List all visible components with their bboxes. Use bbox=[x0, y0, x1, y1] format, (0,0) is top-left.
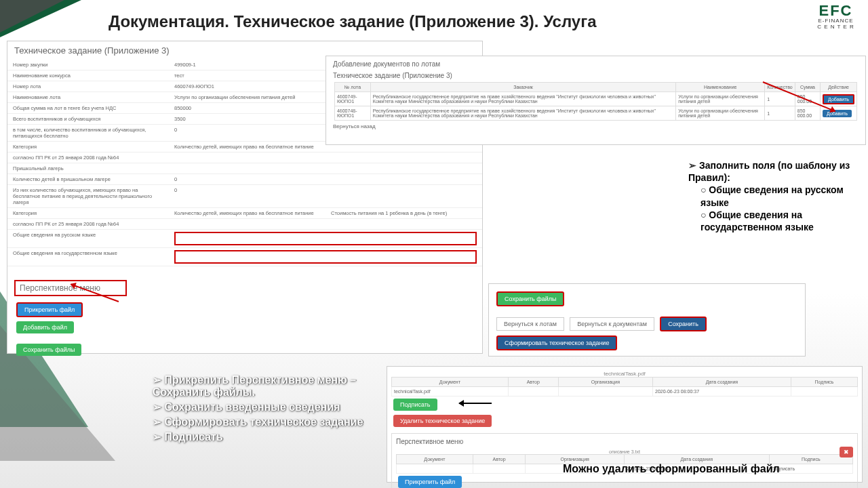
add-row-button[interactable]: Добавить bbox=[823, 94, 854, 104]
panel-actions: Сохранить файлы Вернуться к лотам Вернут… bbox=[488, 283, 806, 357]
add-file-button[interactable]: Добавить файл bbox=[16, 321, 74, 333]
input-info-ru[interactable] bbox=[174, 232, 477, 245]
slide-title: Документация. Техническое задание (Прило… bbox=[108, 12, 597, 31]
footnote: Можно удалить сформированный файл bbox=[563, 463, 780, 475]
attach-file-button[interactable]: Прикрепить файл bbox=[398, 476, 462, 488]
notes-right: Заполнить поля (по шаблону из Правил): О… bbox=[688, 159, 854, 233]
arrow-icon bbox=[459, 403, 492, 404]
save-files-button[interactable]: Сохранить файлы bbox=[16, 344, 81, 356]
attach-file-button[interactable]: Прикрепить файл bbox=[16, 302, 83, 317]
back-to-docs-button[interactable]: Вернуться к документам bbox=[570, 317, 654, 331]
delete-icon[interactable]: ✖ bbox=[840, 447, 853, 458]
save-files-button[interactable]: Сохранить файлы bbox=[496, 291, 564, 306]
form-title: Техническое задание (Приложение 3) bbox=[14, 45, 475, 56]
back-to-lots-button[interactable]: Вернуться к лотам bbox=[496, 317, 564, 331]
input-info-kz[interactable] bbox=[174, 250, 477, 264]
delete-tech-spec-button[interactable]: Удалить техническое задание bbox=[393, 415, 492, 427]
logo: EFC E-FINANCE C E N T E R bbox=[810, 4, 861, 30]
save-button[interactable]: Сохранить bbox=[660, 317, 707, 331]
notes-bottom: Прикрепить Перспективное меню – Сохранит… bbox=[125, 373, 403, 445]
panel-add-docs: Добавление документов по лотам Техническ… bbox=[326, 56, 866, 145]
back-link[interactable]: Вернуться назад bbox=[333, 123, 376, 129]
add-row-button[interactable]: Добавить bbox=[823, 110, 852, 117]
generate-tech-spec-button[interactable]: Сформировать техническое задание bbox=[496, 336, 617, 350]
